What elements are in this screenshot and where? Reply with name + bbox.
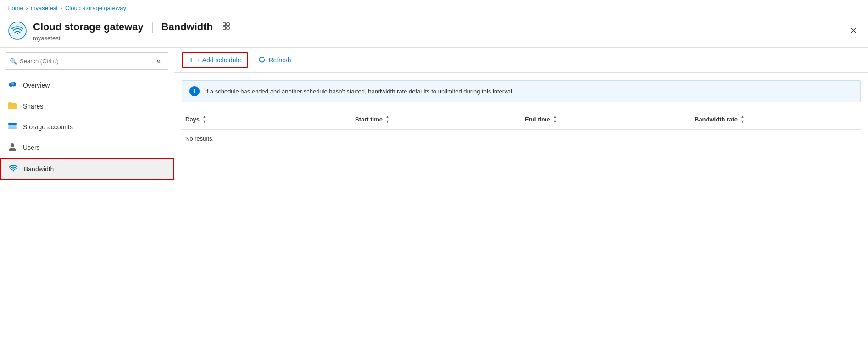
plus-icon: +: [189, 56, 193, 64]
sidebar-item-shares[interactable]: Shares: [0, 96, 174, 116]
svg-point-12: [11, 143, 14, 147]
svg-marker-14: [263, 56, 264, 59]
table-header: Days ▲ ▼ Start time ▲ ▼: [182, 110, 861, 130]
cloud-icon: [7, 79, 17, 91]
refresh-icon: [258, 56, 266, 65]
sort-end-time[interactable]: ▲ ▼: [553, 115, 557, 124]
svg-point-13: [13, 170, 14, 172]
no-results-message: No results.: [182, 130, 861, 148]
breadcrumb-current[interactable]: Cloud storage gateway: [65, 5, 126, 11]
col-bandwidth-rate: Bandwidth rate ▲ ▼: [691, 113, 861, 126]
info-banner: i If a schedule has ended and another sc…: [182, 80, 861, 102]
breadcrumb: Home › myasetest › Cloud storage gateway: [0, 0, 868, 16]
search-placeholder: Search (Ctrl+/): [20, 58, 150, 65]
page-title-section: Bandwidth: [161, 21, 213, 33]
sidebar-item-bandwidth[interactable]: Bandwidth: [0, 158, 174, 180]
search-box[interactable]: 🔍 Search (Ctrl+/) «: [6, 52, 168, 70]
sidebar-item-overview[interactable]: Overview: [0, 74, 174, 96]
sort-days[interactable]: ▲ ▼: [202, 115, 206, 124]
svg-point-0: [9, 22, 26, 39]
col-days: Days ▲ ▼: [182, 113, 351, 126]
pin-button[interactable]: [218, 20, 234, 34]
svg-rect-8: [9, 85, 16, 86]
close-button[interactable]: ✕: [846, 24, 861, 38]
storage-icon: [7, 121, 17, 132]
svg-rect-4: [227, 27, 229, 29]
add-schedule-button[interactable]: + + Add schedule: [182, 52, 248, 68]
sidebar: 🔍 Search (Ctrl+/) «: [0, 48, 174, 340]
svg-rect-11: [8, 127, 17, 129]
page-subtitle: myasetest: [33, 35, 234, 42]
svg-rect-1: [223, 23, 226, 26]
breadcrumb-myasetest[interactable]: myasetest: [31, 5, 58, 11]
info-icon: i: [189, 86, 200, 96]
folder-icon: [7, 100, 17, 112]
wifi-icon: [8, 163, 18, 175]
breadcrumb-home[interactable]: Home: [7, 5, 23, 11]
page-title-service: Cloud storage gateway: [33, 21, 144, 33]
info-banner-text: If a schedule has ended and another sche…: [205, 88, 513, 95]
page-header: Cloud storage gateway | Bandwidth myaset…: [0, 16, 868, 48]
svg-rect-9: [8, 123, 17, 125]
svg-rect-10: [8, 126, 17, 127]
svg-rect-3: [223, 27, 226, 29]
sidebar-item-storage-accounts[interactable]: Storage accounts: [0, 116, 174, 137]
svg-point-7: [11, 82, 14, 85]
sidebar-item-users[interactable]: Users: [0, 137, 174, 158]
refresh-button[interactable]: Refresh: [252, 53, 297, 67]
schedule-table: Days ▲ ▼ Start time ▲ ▼: [182, 110, 861, 148]
col-start-time: Start time ▲ ▼: [351, 113, 521, 126]
svg-rect-2: [227, 23, 229, 26]
user-icon: [7, 142, 17, 153]
sort-bandwidth-rate[interactable]: ▲ ▼: [740, 115, 745, 124]
toolbar: + + Add schedule Refresh: [174, 48, 868, 73]
nav-menu: Overview Shares: [0, 74, 174, 180]
sort-start-time[interactable]: ▲ ▼: [385, 115, 389, 124]
search-icon: 🔍: [10, 58, 17, 65]
col-end-time: End time ▲ ▼: [521, 113, 691, 126]
main-content: + + Add schedule Refresh i If a sched: [174, 48, 868, 340]
collapse-sidebar-button[interactable]: «: [153, 55, 164, 67]
service-icon: [7, 21, 28, 41]
